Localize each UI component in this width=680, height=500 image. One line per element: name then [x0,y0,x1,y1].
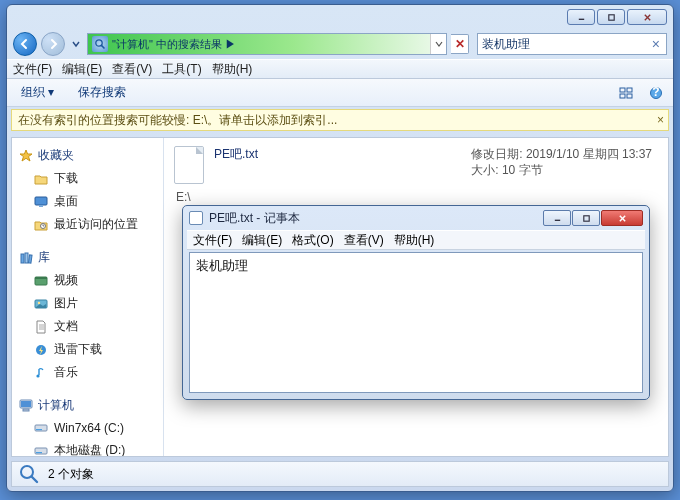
sidebar-group-computer[interactable]: 计算机 [16,394,159,417]
result-filename: PE吧.txt [214,146,258,163]
index-warning-close[interactable]: × [657,113,664,127]
notepad-title: PE吧.txt - 记事本 [209,210,537,227]
svg-rect-19 [35,277,47,279]
svg-point-21 [38,301,40,303]
computer-icon [18,398,34,414]
library-icon [18,250,34,266]
address-bar[interactable]: "计算机" 中的搜索结果 ▶ [87,33,447,55]
explorer-menubar: 文件(F) 编辑(E) 查看(V) 工具(T) 帮助(H) [7,59,673,79]
svg-rect-39 [583,215,588,220]
svg-rect-12 [35,197,47,205]
index-warning-text: 在没有索引的位置搜索可能较慢: E:\。请单击以添加到索引... [18,112,337,129]
nav-forward-button[interactable] [41,32,65,56]
window-maximize-button[interactable] [597,9,625,25]
sidebar-group-libraries[interactable]: 库 [16,246,159,269]
notepad-menu-file[interactable]: 文件(F) [193,232,232,249]
sidebar-computer-label: 计算机 [38,397,74,414]
explorer-toolbar: 组织 ▾ 保存搜索 ? [7,79,673,107]
nav-row: "计算机" 中的搜索结果 ▶ ✕ × [7,29,673,59]
status-count: 2 个对象 [48,466,94,483]
document-icon [33,319,49,335]
svg-rect-28 [21,401,31,407]
svg-line-37 [32,477,38,483]
index-warning-bar[interactable]: 在没有索引的位置搜索可能较慢: E:\。请单击以添加到索引... × [11,109,669,131]
picture-icon [33,296,49,312]
svg-rect-31 [36,429,42,430]
sidebar-item-drive-d[interactable]: 本地磁盘 (D:) [16,439,159,456]
notepad-titlebar[interactable]: PE吧.txt - 记事本 [183,206,649,230]
sidebar-libraries-label: 库 [38,249,50,266]
notepad-menu-help[interactable]: 帮助(H) [394,232,435,249]
search-location-icon [92,36,108,52]
notepad-content: 装机助理 [190,253,642,279]
svg-rect-17 [28,254,32,262]
result-path: E:\ [176,190,658,204]
menu-tools[interactable]: 工具(T) [162,61,201,78]
menu-view[interactable]: 查看(V) [112,61,152,78]
search-box[interactable]: × [477,33,667,55]
sidebar-item-recent[interactable]: 最近访问的位置 [16,213,159,236]
drive-icon [33,420,49,436]
sidebar: 收藏夹 下载 桌面 最近访问的位置 库 视频 图片 文档 迅雷下载 音乐 计算机… [12,138,164,456]
view-options-button[interactable] [615,82,637,104]
svg-rect-33 [36,452,42,453]
search-input[interactable] [482,37,650,51]
svg-rect-16 [25,253,28,263]
svg-rect-6 [620,88,625,92]
magnifier-icon [18,463,40,485]
result-item[interactable]: PE吧.txt 修改日期: 2019/1/10 星期四 13:37 大小: 10… [174,146,658,184]
status-bar: 2 个对象 [11,461,669,487]
help-button[interactable]: ? [645,82,667,104]
search-clear-button[interactable]: × [650,36,662,52]
notepad-app-icon [189,211,203,225]
svg-point-26 [36,374,39,377]
sidebar-item-pictures[interactable]: 图片 [16,292,159,315]
address-dropdown[interactable] [430,34,446,54]
svg-point-4 [96,40,102,46]
svg-rect-13 [39,205,43,207]
notepad-close-button[interactable] [601,210,643,226]
recent-icon [33,217,49,233]
svg-rect-9 [627,94,632,98]
notepad-maximize-button[interactable] [572,210,600,226]
sidebar-item-music[interactable]: 音乐 [16,361,159,384]
notepad-text-area[interactable]: 装机助理 [189,252,643,393]
window-minimize-button[interactable] [567,9,595,25]
sidebar-item-videos[interactable]: 视频 [16,269,159,292]
svg-rect-15 [21,254,24,263]
window-close-button[interactable] [627,9,667,25]
music-icon [33,365,49,381]
address-text: "计算机" 中的搜索结果 ▶ [112,37,236,52]
sidebar-item-thunder[interactable]: 迅雷下载 [16,338,159,361]
sidebar-item-downloads[interactable]: 下载 [16,167,159,190]
notepad-menu-edit[interactable]: 编辑(E) [242,232,282,249]
save-search-button[interactable]: 保存搜索 [70,81,134,104]
notepad-menu-format[interactable]: 格式(O) [292,232,333,249]
svg-line-5 [101,45,104,48]
text-file-icon [174,146,204,184]
svg-rect-1 [608,14,613,19]
nav-back-button[interactable] [13,32,37,56]
thunder-icon [33,342,49,358]
menu-edit[interactable]: 编辑(E) [62,61,102,78]
menu-file[interactable]: 文件(F) [13,61,52,78]
organize-button[interactable]: 组织 ▾ [13,81,62,104]
address-stop-button[interactable]: ✕ [451,34,469,54]
sidebar-item-desktop[interactable]: 桌面 [16,190,159,213]
menu-help[interactable]: 帮助(H) [212,61,253,78]
svg-rect-8 [620,94,625,98]
sidebar-item-documents[interactable]: 文档 [16,315,159,338]
notepad-window: PE吧.txt - 记事本 文件(F) 编辑(E) 格式(O) 查看(V) 帮助… [182,205,650,400]
explorer-titlebar [7,5,673,29]
svg-rect-29 [23,409,29,411]
sidebar-item-drive-c[interactable]: Win7x64 (C:) [16,417,159,439]
drive-icon [33,443,49,457]
svg-rect-7 [627,88,632,92]
folder-icon [33,171,49,187]
notepad-minimize-button[interactable] [543,210,571,226]
nav-history-dropdown[interactable] [69,32,83,56]
sidebar-group-favorites[interactable]: 收藏夹 [16,144,159,167]
notepad-menu-view[interactable]: 查看(V) [344,232,384,249]
svg-text:?: ? [652,86,659,99]
result-metadata: 修改日期: 2019/1/10 星期四 13:37 大小: 10 字节 [471,146,658,178]
